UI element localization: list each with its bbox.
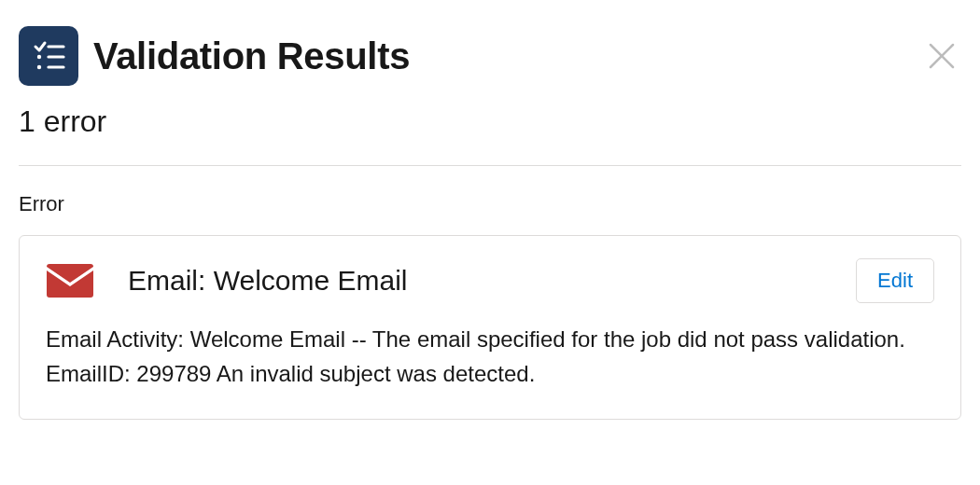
error-title: Email: Welcome Email xyxy=(128,265,408,297)
error-card: Email: Welcome Email Edit Email Activity… xyxy=(19,235,961,420)
email-icon xyxy=(46,262,94,299)
section-label: Error xyxy=(19,192,961,216)
error-message: Email Activity: Welcome Email -- The ema… xyxy=(46,322,934,391)
validation-list-icon xyxy=(19,26,78,86)
close-button[interactable] xyxy=(922,36,961,76)
error-card-header: Email: Welcome Email Edit xyxy=(46,258,934,303)
divider xyxy=(19,165,961,166)
error-count: 1 error xyxy=(19,104,961,139)
validation-results-panel: Validation Results 1 error Error Email: … xyxy=(0,0,980,438)
svg-point-3 xyxy=(37,65,41,69)
header-left: Validation Results xyxy=(19,26,410,86)
close-icon xyxy=(926,40,958,72)
header-row: Validation Results xyxy=(19,26,961,86)
page-title: Validation Results xyxy=(93,35,410,77)
edit-button[interactable]: Edit xyxy=(856,258,934,303)
svg-point-1 xyxy=(37,55,41,59)
error-card-left: Email: Welcome Email xyxy=(46,262,408,299)
